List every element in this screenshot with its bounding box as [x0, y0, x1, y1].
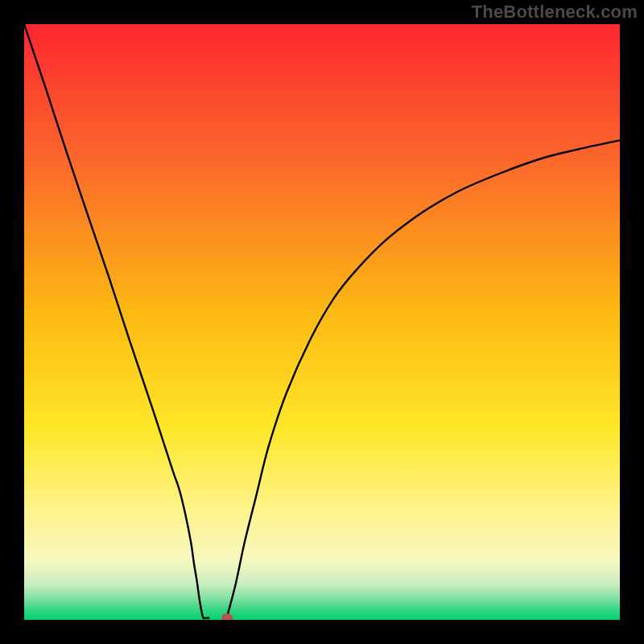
chart-frame: TheBottleneck.com	[0, 0, 644, 644]
curve	[24, 24, 620, 620]
watermark-text: TheBottleneck.com	[472, 2, 638, 23]
plot-area	[24, 24, 620, 620]
curve-right-branch	[227, 140, 620, 617]
curve-left-branch	[24, 24, 208, 618]
marker-dot	[221, 613, 233, 620]
